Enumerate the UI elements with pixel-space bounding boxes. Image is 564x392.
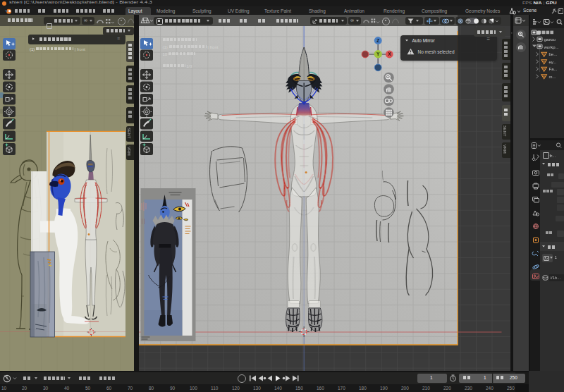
svg-text:gazou: gazou [544,37,555,42]
svg-text:be...: be... [548,52,557,56]
svg-text:Y: Y [376,51,380,56]
svg-text:Fa...: Fa... [548,67,557,71]
svg-text:Z: Z [376,38,379,43]
svg-text:X: X [388,51,391,56]
svg-text:m...: m... [548,75,556,79]
svg-text:workp...: workp... [543,45,558,49]
svg-text:ey...: ey... [548,60,556,64]
